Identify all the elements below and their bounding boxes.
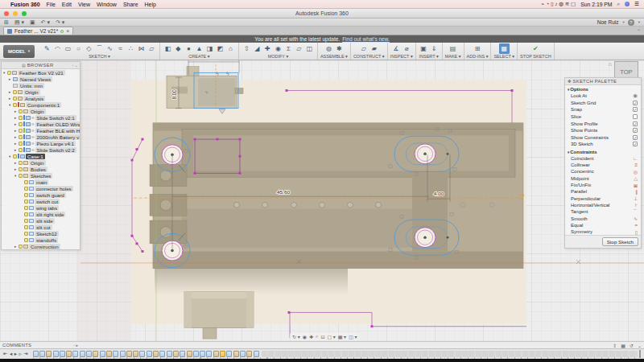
toolbar-group-label[interactable]: MODIFY ▾: [242, 54, 315, 59]
menu-item-file[interactable]: File: [47, 2, 56, 7]
toolbar-group-label[interactable]: SELECT ▾: [493, 54, 514, 59]
stop-sketch-icon[interactable]: ✔: [530, 43, 541, 54]
browser-item-analysis[interactable]: ▸Analysis: [2, 95, 80, 101]
sketch-tool-icon-7[interactable]: ∿: [105, 43, 115, 54]
timeline-feature-24[interactable]: [187, 351, 192, 357]
dimension-length-label[interactable]: 45.60: [277, 189, 291, 195]
orbit-icon[interactable]: ↻ ▾: [292, 334, 300, 339]
timeline-feature-16[interactable]: [133, 351, 138, 357]
constraint-parallel[interactable]: Parallel∥: [565, 188, 641, 195]
inspect-tool-icon-2[interactable]: ⌀: [402, 43, 412, 54]
visibility-bulb-icon[interactable]: [24, 225, 28, 229]
constraints-section-header[interactable]: ▾Constraints: [565, 148, 641, 155]
constraint-perpendicular[interactable]: Perpendicular⊥: [565, 195, 641, 202]
timeline-feature-30[interactable]: [226, 351, 232, 357]
timeline-feature-22[interactable]: [173, 351, 179, 357]
toolbar-group-label[interactable]: CONSTRUCT ▾: [353, 54, 385, 59]
sketch-tool-icon-5[interactable]: ◇: [84, 43, 94, 54]
sketch-tool-icon-6[interactable]: ⌒: [94, 43, 105, 54]
modify-tool-icon-3[interactable]: ✚: [262, 43, 273, 54]
status-icon-7[interactable]: ▢: [571, 1, 576, 6]
palette-option-show-points[interactable]: Show Points✓: [565, 127, 641, 134]
menu-item-edit[interactable]: Edit: [62, 2, 72, 7]
visibility-bulb-icon[interactable]: [24, 200, 28, 204]
sketch-drawing[interactable]: ϟ ϟ ϟ 9.00 8.00 45.60 4.00: [0, 60, 644, 341]
viewport-canvas[interactable]: ϟ ϟ ϟ 9.00 8.00 45.60 4.00: [0, 60, 644, 341]
browser-item-slit-cut[interactable]: slit cut: [2, 224, 80, 230]
spotlight-search-icon[interactable]: ⌕: [617, 1, 621, 7]
constraint-coincident[interactable]: Coincident∟: [565, 155, 641, 162]
toolbar-group-label[interactable]: INSERT ▾: [419, 54, 440, 59]
menu-item-view[interactable]: View: [78, 2, 90, 7]
menu-item-help[interactable]: Help: [145, 2, 156, 7]
checkbox-slice[interactable]: [633, 114, 638, 119]
sketch-palette-header[interactable]: ✥ SKETCH PALETTE: [565, 78, 641, 85]
browser-item-switch-cut[interactable]: switch cut: [2, 198, 80, 204]
user-menu[interactable]: Noe Ruiz: [597, 19, 619, 25]
timeline-feature-29-highlighted[interactable]: [220, 351, 225, 357]
insert-tool-icon-1[interactable]: ▣: [419, 43, 429, 54]
visibility-bulb-icon[interactable]: [24, 238, 28, 242]
toolbar-group-label[interactable]: INSPECT ▾: [390, 54, 413, 59]
constraint-midpoint[interactable]: Midpoint△: [565, 175, 641, 182]
visibility-bulb-icon[interactable]: [19, 116, 23, 120]
create-tool-icon-2[interactable]: ◆: [173, 43, 184, 54]
sketch-tool-icon-4[interactable]: ○: [73, 43, 84, 54]
visibility-bulb-icon[interactable]: [19, 135, 23, 139]
visibility-bulb-icon[interactable]: [7, 71, 11, 75]
timeline-feature-34[interactable]: [254, 351, 259, 357]
timeline-feature-33[interactable]: [246, 351, 252, 357]
sketch-tool-icon-2[interactable]: ◠: [52, 43, 63, 54]
home-view-icon[interactable]: ⌂: [609, 61, 612, 67]
constraint-concentric[interactable]: Concentric◎: [565, 168, 641, 175]
close-tab-icon[interactable]: ×: [66, 28, 69, 34]
construct-tool-icon-2[interactable]: ▰: [369, 43, 379, 54]
grid-settings-icon[interactable]: ▦ ▾: [338, 334, 346, 339]
checkbox-sketch-grid[interactable]: ✓: [633, 101, 638, 105]
sketch-tool-icon-3[interactable]: ▭: [63, 43, 73, 54]
fit-icon[interactable]: ⊡: [320, 334, 324, 339]
palette-option-sketch-grid[interactable]: Sketch Grid✓: [565, 100, 641, 107]
visibility-bulb-icon[interactable]: [19, 122, 23, 126]
visibility-bulb-icon[interactable]: [19, 142, 23, 146]
browser-item-2000mah-battery-v1-1[interactable]: ▸∞2000mAh Battery v1:1: [2, 134, 80, 140]
palette-option-slice[interactable]: Slice: [565, 113, 641, 121]
select-tool-icon-1[interactable]: ▦: [499, 43, 510, 54]
browser-item-standoffs[interactable]: standoffs: [2, 237, 80, 243]
timeline-feature-18[interactable]: [147, 351, 152, 357]
browser-item-case-1[interactable]: ▾Case:1: [2, 153, 80, 159]
comments-options-icon[interactable]: ◦ ▸: [73, 343, 78, 348]
step-back-button[interactable]: ◂: [10, 351, 12, 357]
file-menu-icon[interactable]: ▤ ▾: [14, 19, 24, 25]
selected-profile-rect[interactable]: [195, 139, 240, 173]
browser-item-units-mm[interactable]: Units: mm: [2, 82, 80, 88]
constraint-fix-unfix[interactable]: Fix/UnFix⊠: [565, 182, 641, 188]
palette-option-show-profile[interactable]: Show Profile✓: [565, 120, 641, 127]
visibility-bulb-icon[interactable]: [13, 90, 17, 94]
timeline-end-marker[interactable]: [639, 350, 641, 358]
timeline-feature-2[interactable]: [39, 351, 45, 357]
step-forward-button[interactable]: ▹: [19, 351, 21, 357]
visibility-bulb-icon[interactable]: [24, 212, 28, 216]
browser-item-main[interactable]: main: [2, 179, 80, 185]
dimension-height-label[interactable]: 8.00: [171, 89, 177, 100]
browser-item-sketches[interactable]: ▾Sketches: [2, 172, 80, 179]
constraint-collinear[interactable]: Collinear≡: [565, 162, 641, 168]
sketch-tool-icon-9[interactable]: ∴: [126, 43, 136, 54]
modify-tool-icon-4[interactable]: ◉: [273, 43, 283, 54]
visibility-bulb-icon[interactable]: [19, 167, 23, 171]
browser-item-slit-side[interactable]: slit side: [2, 217, 80, 224]
palette-option-show-constraints[interactable]: Show Constraints✓: [565, 134, 641, 142]
checkbox-3d-sketch[interactable]: ✓: [633, 142, 638, 146]
assemble-tool-icon-1[interactable]: ◍: [324, 43, 334, 54]
timeline-feature-11[interactable]: [100, 351, 105, 357]
palette-option-3d-sketch[interactable]: 3D Sketch✓: [565, 141, 641, 148]
timeline-feature-17[interactable]: [139, 351, 145, 357]
checkbox-show-profile[interactable]: ✓: [633, 121, 638, 126]
browser-item-piezo-large-v4-1[interactable]: ▸∞Piezo Large v4:1: [2, 140, 80, 146]
dimension-slot-label[interactable]: 4.00: [434, 191, 444, 196]
notification-center-icon[interactable]: ☰: [634, 1, 639, 7]
modify-tool-icon-6[interactable]: ▱: [294, 43, 304, 54]
document-tab[interactable]: Feather ... V2 v21* ×: [3, 27, 73, 35]
constraint-tangent[interactable]: Tangent⌒: [565, 208, 641, 215]
